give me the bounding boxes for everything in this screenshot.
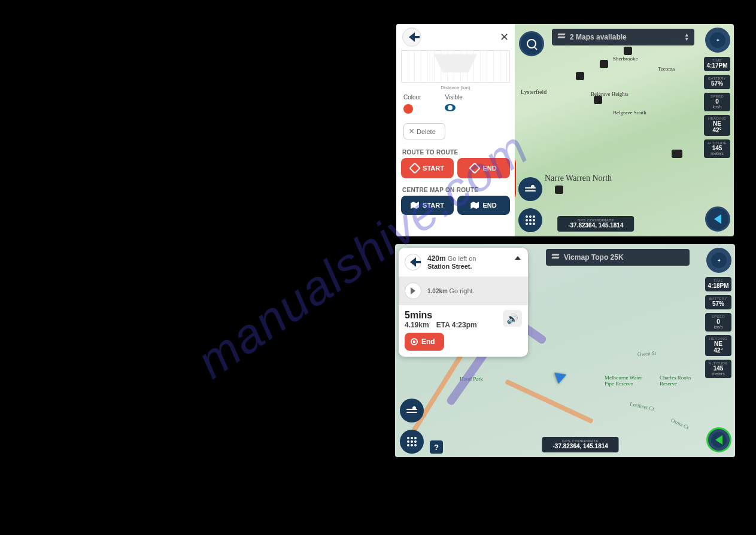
map-pin-icon	[411, 202, 419, 209]
nav-step-next[interactable]: 1.02km Go right.	[399, 276, 528, 305]
centre-end-button[interactable]: END	[457, 196, 510, 215]
status-stack: TIME 4:18PM BATTERY 57% SPEED 0 km/h HEA…	[705, 277, 731, 378]
visibility-toggle[interactable]	[445, 104, 456, 111]
sliders-fab[interactable]	[518, 177, 542, 201]
status-heading-deg: 42°	[708, 347, 729, 354]
nav-eta: ETA 4:23pm	[436, 321, 477, 329]
end-navigation-button[interactable]: End	[405, 333, 444, 351]
map-label-lysterfield: Lysterfield	[521, 89, 546, 95]
status-altitude-value: 145	[706, 145, 728, 151]
status-altitude: ALTITUDE 145 meters	[704, 139, 730, 158]
maps-dropdown[interactable]: 2 Maps available ▴▾	[552, 29, 694, 45]
compass-icon: ✦	[717, 258, 721, 263]
step1-direction: Go left on	[448, 255, 476, 262]
status-altitude-unit: meters	[708, 372, 729, 376]
map-label-charles: Charles Rooks Reserve	[660, 375, 702, 387]
nav-total-distance: 4.19km	[405, 321, 429, 329]
locate-button[interactable]	[705, 206, 730, 232]
status-altitude-value: 145	[708, 365, 729, 372]
grid-fab[interactable]	[400, 430, 424, 454]
poi-icon	[624, 47, 632, 55]
gps-value: -37.82364, 145.1814	[568, 222, 623, 229]
colour-label: Colour	[403, 94, 421, 101]
map-label-belgrave-south: Belgrave South	[613, 110, 646, 115]
nav-step-current[interactable]: 420m Go left on Station Street.	[399, 248, 528, 276]
delete-label: Delete	[417, 128, 436, 135]
compass-button[interactable]: ✦	[705, 28, 730, 53]
centre-start-button[interactable]: START	[401, 196, 454, 215]
centre-map-heading: CENTRE MAP ON ROUTE	[396, 183, 515, 196]
map-label-narre: Narre Warren North	[545, 174, 612, 183]
end-label: End	[421, 338, 435, 346]
diamond-icon	[409, 162, 421, 174]
close-button[interactable]: ✕	[500, 31, 509, 44]
gps-value: -37.82364, 145.1814	[553, 443, 608, 449]
locate-icon	[714, 214, 721, 224]
step1-road: Station Street.	[427, 263, 476, 270]
gps-readout: GPS COORDINATE -37.82364, 145.1814	[542, 437, 619, 452]
map-label-reserve: Melbourne Water Pipe Reserve	[605, 375, 652, 387]
status-speed-value: 0	[706, 98, 728, 105]
map-label-sherbrooke: Sherbrooke	[613, 56, 638, 62]
navigation-card: 420m Go left on Station Street. 1.02km G…	[399, 248, 528, 357]
maps-dropdown-label: Vicmap Topo 25K	[564, 253, 624, 262]
voice-toggle[interactable]: 🔊	[503, 310, 522, 327]
updown-icon: ▴▾	[685, 33, 688, 41]
status-time: TIME 4:18PM	[705, 277, 731, 291]
tractor-icon	[672, 150, 682, 158]
locate-button[interactable]	[706, 427, 731, 452]
status-speed-unit: km/h	[706, 105, 728, 109]
turn-left-icon	[405, 254, 421, 270]
compass-icon: ✦	[716, 38, 720, 43]
delete-button[interactable]: ✕ Delete	[403, 123, 445, 139]
elevation-chart	[401, 50, 510, 83]
status-battery-value: 57%	[706, 80, 728, 87]
map-label-tecoma: Tecoma	[658, 66, 675, 72]
back-button[interactable]	[402, 28, 421, 47]
poi-icon	[600, 60, 608, 68]
status-heading-deg: 42°	[706, 127, 728, 133]
collapse-icon[interactable]	[515, 256, 521, 260]
map-pin-icon	[470, 202, 479, 209]
locate-icon	[715, 435, 722, 445]
compass-button[interactable]: ✦	[706, 248, 731, 273]
route-end-label: END	[482, 165, 496, 172]
grid-fab[interactable]	[518, 208, 542, 232]
turn-right-icon	[405, 282, 421, 299]
speaker-icon: 🔊	[506, 313, 518, 324]
status-speed: SPEED 0 km/h	[705, 313, 731, 332]
route-end-button[interactable]: END	[457, 158, 510, 178]
centre-start-label: START	[423, 202, 444, 209]
screenshot-2: Hood Park Melbourne Water Pipe Reserve C…	[395, 244, 735, 457]
back-arrow-icon	[409, 32, 415, 42]
stop-icon	[411, 338, 418, 345]
maps-dropdown[interactable]: Vicmap Topo 25K	[546, 249, 690, 266]
status-altitude-unit: meters	[706, 151, 728, 156]
status-battery: BATTERY 57%	[705, 295, 731, 309]
elevation-x-label: Distance (km)	[396, 85, 515, 90]
status-stack: TIME 4:17PM BATTERY 57% SPEED 0 km/h HEA…	[704, 57, 730, 158]
sliders-icon	[525, 186, 536, 193]
grid-icon	[407, 437, 417, 446]
status-heading-value: NE	[706, 120, 728, 127]
layers-icon	[558, 34, 566, 41]
search-button[interactable]	[519, 31, 544, 56]
centre-end-label: END	[482, 202, 496, 209]
search-icon	[527, 39, 536, 48]
route-start-label: START	[423, 165, 444, 172]
status-heading: HEADING NE 42°	[704, 115, 730, 136]
nav-time-remaining: 5mins	[405, 310, 477, 321]
grid-icon	[526, 215, 535, 225]
layers-icon	[552, 254, 560, 261]
status-time-value: 4:18PM	[708, 282, 729, 289]
route-to-route-heading: ROUTE TO ROUTE	[396, 145, 515, 158]
route-colour-swatch[interactable]	[403, 104, 413, 114]
help-button[interactable]: ?	[430, 440, 443, 454]
sliders-fab[interactable]	[400, 399, 424, 422]
status-altitude: ALTITUDE 145 meters	[705, 360, 731, 378]
status-battery: BATTERY 57%	[704, 75, 730, 89]
poi-icon	[555, 186, 563, 194]
visible-label: Visible	[445, 94, 462, 101]
route-start-button[interactable]: START	[401, 158, 454, 178]
status-time: TIME 4:17PM	[704, 57, 730, 71]
